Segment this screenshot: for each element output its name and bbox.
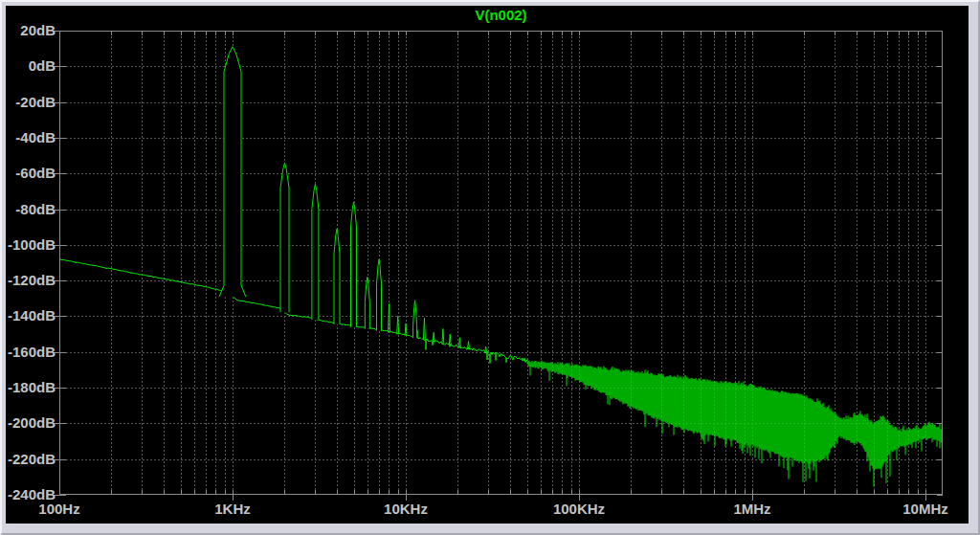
y-axis-label: -140dB	[6, 308, 56, 323]
y-axis-label: -180dB	[6, 380, 56, 395]
x-axis-label: 10KHz	[363, 502, 449, 517]
y-axis-label: -60dB	[6, 166, 56, 181]
x-axis-label: 10MHz	[882, 502, 969, 517]
y-axis-label: -20dB	[6, 95, 56, 110]
fft-plot-canvas[interactable]	[6, 6, 969, 527]
y-axis-label: -120dB	[6, 273, 56, 288]
fft-trace	[59, 47, 942, 487]
waveform-viewer-window: V(n002) 20dB0dB-20dB-40dB-60dB-80dB-100d…	[0, 0, 980, 535]
x-axis-label: 100KHz	[536, 502, 622, 517]
trace-legend-label[interactable]: V(n002)	[59, 7, 943, 23]
y-axis-label: -80dB	[6, 202, 56, 217]
x-axis-label: 1MHz	[709, 502, 795, 517]
x-axis-label: 1KHz	[189, 502, 276, 517]
y-axis-label: -40dB	[6, 130, 56, 145]
y-axis-label: 20dB	[6, 23, 56, 38]
y-axis-label: -200dB	[6, 415, 56, 431]
x-axis-label: 100Hz	[16, 502, 102, 517]
fft-plot-area[interactable]: V(n002) 20dB0dB-20dB-40dB-60dB-80dB-100d…	[6, 6, 969, 524]
y-axis-label: -100dB	[6, 237, 56, 253]
y-axis-label: -160dB	[6, 345, 56, 360]
y-axis-label: -220dB	[6, 452, 56, 467]
y-axis-label: 0dB	[6, 58, 56, 74]
